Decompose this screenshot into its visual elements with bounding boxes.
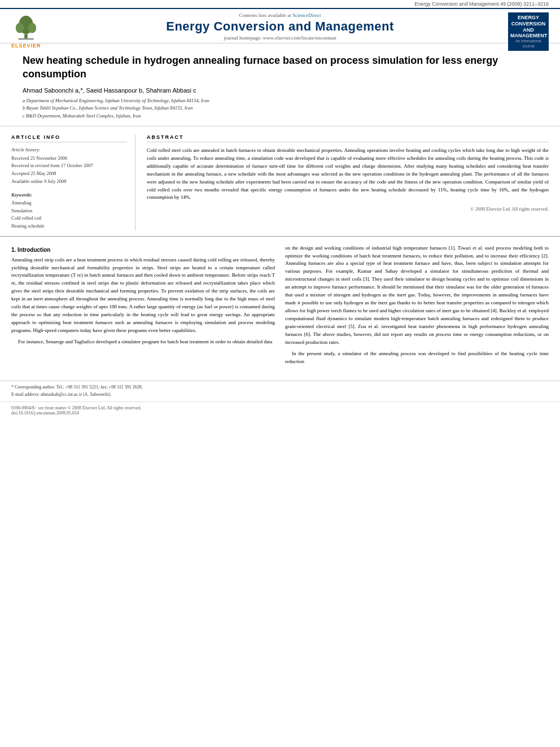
body-right-col: on the design and working conditions of … bbox=[285, 244, 549, 369]
journal-badge: ENERGYConversion andManagement An Intern… bbox=[508, 12, 549, 51]
history-item-2: Accepted 25 May 2008 bbox=[11, 170, 127, 178]
journal-title: Energy Conversion and Management bbox=[11, 19, 549, 34]
bottom-doi: doi:10.1016/j.enconman.2008.05.024 bbox=[11, 410, 79, 416]
intro-para1: Annealing steel strip coils are a heat t… bbox=[11, 256, 275, 335]
article-title-section: New heating schedule in hydrogen anneali… bbox=[0, 43, 560, 126]
sciencedirect-link[interactable]: ScienceDirect bbox=[292, 12, 321, 18]
history-item-3: Available online 9 July 2008 bbox=[11, 178, 127, 186]
svg-rect-4 bbox=[19, 38, 34, 40]
introduction-heading: 1. Introduction bbox=[11, 247, 275, 253]
svg-point-3 bbox=[28, 23, 37, 33]
main-body: 1. Introduction Annealing steel strip co… bbox=[0, 237, 560, 375]
body-left-col: 1. Introduction Annealing steel strip co… bbox=[11, 244, 275, 369]
abstract-col: ABSTRACT Cold rolled steel coils are ann… bbox=[147, 134, 549, 230]
article-info-label: ARTICLE INFO bbox=[11, 134, 127, 142]
right-col-text: on the design and working conditions of … bbox=[285, 244, 549, 366]
journal-homepage: journal homepage: www.elsevier.com/locat… bbox=[11, 35, 549, 41]
keywords-section: Keywords: Annealing Simulation Cold roll… bbox=[11, 192, 127, 230]
article-info-abstract-row: ARTICLE INFO Article history: Received 2… bbox=[0, 126, 560, 237]
intro-para2: For instance, Senarege and Tagliafico de… bbox=[11, 338, 275, 346]
journal-header: ELSEVIER Contents lists available at Sci… bbox=[0, 9, 560, 43]
footnote-star: * Corresponding author. Tel.: +98 311 39… bbox=[11, 385, 549, 390]
elsevier-label: ELSEVIER bbox=[11, 43, 41, 49]
introduction-text: Annealing steel strip coils are a heat t… bbox=[11, 256, 275, 346]
elsevier-tree-icon bbox=[12, 14, 40, 42]
affiliation-a: a Department of Mechanical Engineering, … bbox=[23, 97, 537, 104]
article-main-title: New heating schedule in hydrogen anneali… bbox=[23, 54, 537, 81]
article-authors: Ahmad Saboonchi a,*, Saeid Hassanpour b,… bbox=[23, 87, 537, 94]
affiliation-c: c R&D Department, Mobarakeh Steel Comple… bbox=[23, 112, 537, 120]
footnote-email: E-mail address: ahmadsab@cc.iut.ac.ir (A… bbox=[11, 391, 549, 398]
badge-title: ENERGYConversion andManagement bbox=[510, 15, 546, 39]
contents-available-line: Contents lists available at ScienceDirec… bbox=[11, 12, 549, 18]
keyword-1: Simulation bbox=[11, 207, 127, 215]
abstract-label: ABSTRACT bbox=[147, 134, 549, 142]
keywords-label: Keywords: bbox=[11, 192, 127, 198]
article-affiliations: a Department of Mechanical Engineering, … bbox=[23, 97, 537, 120]
history-label: Article history: bbox=[11, 147, 127, 152]
article-footer: * Corresponding author. Tel.: +98 311 39… bbox=[0, 381, 560, 401]
top-info-bar: Energy Conversion and Management 49 (200… bbox=[0, 0, 560, 9]
abstract-text: Cold rolled steel coils are annealed in … bbox=[147, 147, 549, 202]
history-item-1: Received in revised form 17 October 2007 bbox=[11, 162, 127, 170]
keyword-2: Cold rolled coil bbox=[11, 215, 127, 222]
elsevier-logo: ELSEVIER bbox=[11, 14, 41, 49]
keyword-0: Annealing bbox=[11, 199, 127, 207]
journal-ref: Energy Conversion and Management 49 (200… bbox=[414, 1, 549, 7]
affiliation-b: b Rayan Tahlil Sepahan Co., Isfahan Scie… bbox=[23, 104, 537, 112]
bottom-copyright: 0196-8904/$ - see front matter © 2008 El… bbox=[11, 405, 141, 410]
copyright-line: © 2008 Elsevier Ltd. All rights reserved… bbox=[147, 206, 549, 212]
journal-header-center: Contents lists available at ScienceDirec… bbox=[11, 12, 549, 41]
svg-point-2 bbox=[16, 23, 24, 33]
history-item-0: Received 25 November 2006 bbox=[11, 155, 127, 163]
article-info-col: ARTICLE INFO Article history: Received 2… bbox=[11, 134, 135, 230]
badge-sub: An International Journal bbox=[510, 39, 546, 49]
right-para2: In the present study, a simulator of the… bbox=[285, 350, 549, 366]
bottom-info: 0196-8904/$ - see front matter © 2008 El… bbox=[0, 401, 560, 419]
keyword-3: Heating schedule bbox=[11, 222, 127, 230]
right-para1: on the design and working conditions of … bbox=[285, 244, 549, 347]
